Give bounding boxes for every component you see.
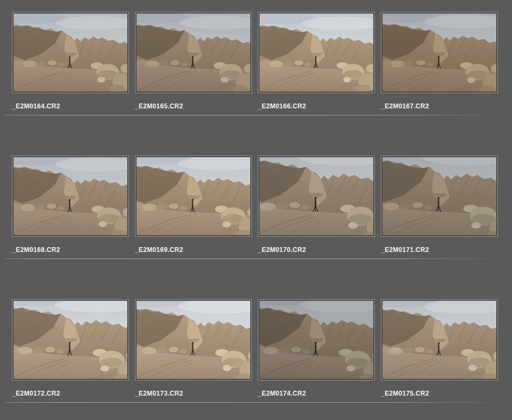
quarry-photo-image bbox=[14, 301, 127, 379]
filename-label[interactable]: _E2M0167.CR2 bbox=[381, 102, 498, 110]
quarry-photo-image bbox=[383, 157, 496, 235]
file-thumbnail-cell[interactable]: _E2M0171.CR2 bbox=[381, 156, 498, 254]
quarry-photo-image bbox=[260, 14, 373, 92]
photo-thumbnail[interactable] bbox=[258, 156, 375, 237]
thumbnail-browser: _E2M0164.CR2 _E2M0165.CR2 _E2M0166.CR2 bbox=[0, 0, 512, 403]
filename-label[interactable]: _E2M0174.CR2 bbox=[258, 390, 375, 397]
filename-label[interactable]: _E2M0169.CR2 bbox=[135, 246, 252, 254]
photo-thumbnail[interactable] bbox=[135, 156, 252, 237]
quarry-photo-image bbox=[383, 14, 496, 92]
photo-thumbnail[interactable] bbox=[135, 299, 252, 380]
photo-thumbnail[interactable] bbox=[12, 12, 129, 93]
quarry-photo-image bbox=[14, 157, 127, 235]
thumbnail-row: _E2M0164.CR2 _E2M0165.CR2 _E2M0166.CR2 bbox=[12, 12, 512, 115]
file-thumbnail-cell[interactable]: _E2M0169.CR2 bbox=[135, 156, 252, 254]
quarry-photo-image bbox=[383, 301, 496, 379]
quarry-photo-image bbox=[137, 157, 250, 235]
row-divider bbox=[5, 402, 504, 403]
photo-thumbnail[interactable] bbox=[258, 12, 375, 93]
file-thumbnail-cell[interactable]: _E2M0168.CR2 bbox=[12, 156, 129, 254]
photo-thumbnail[interactable] bbox=[12, 156, 129, 237]
filename-label[interactable]: _E2M0164.CR2 bbox=[12, 102, 129, 110]
filename-label[interactable]: _E2M0172.CR2 bbox=[12, 390, 129, 397]
filename-label[interactable]: _E2M0171.CR2 bbox=[381, 246, 498, 254]
file-thumbnail-cell[interactable]: _E2M0164.CR2 bbox=[12, 12, 129, 110]
filename-label[interactable]: _E2M0165.CR2 bbox=[135, 102, 252, 110]
file-thumbnail-cell[interactable]: _E2M0170.CR2 bbox=[258, 156, 375, 254]
photo-thumbnail[interactable] bbox=[381, 299, 498, 380]
quarry-photo-image bbox=[260, 157, 373, 235]
file-thumbnail-cell[interactable]: _E2M0166.CR2 bbox=[258, 12, 375, 110]
thumbnail-row: _E2M0168.CR2 _E2M0169.CR2 _E2M0170.CR2 bbox=[12, 156, 512, 259]
file-thumbnail-cell[interactable]: _E2M0165.CR2 bbox=[135, 12, 252, 110]
photo-thumbnail[interactable] bbox=[12, 299, 129, 380]
file-thumbnail-cell[interactable]: _E2M0173.CR2 bbox=[135, 299, 252, 397]
filename-label[interactable]: _E2M0173.CR2 bbox=[135, 390, 252, 397]
photo-thumbnail[interactable] bbox=[381, 156, 498, 237]
row-divider bbox=[5, 115, 504, 115]
quarry-photo-image bbox=[137, 14, 250, 92]
filename-label[interactable]: _E2M0166.CR2 bbox=[258, 102, 375, 110]
row-divider bbox=[5, 259, 504, 259]
quarry-photo-image bbox=[14, 14, 127, 92]
filename-label[interactable]: _E2M0168.CR2 bbox=[12, 246, 129, 254]
photo-thumbnail[interactable] bbox=[258, 299, 375, 380]
file-thumbnail-cell[interactable]: _E2M0167.CR2 bbox=[381, 12, 498, 110]
photo-thumbnail[interactable] bbox=[381, 12, 498, 93]
filename-label[interactable]: _E2M0175.CR2 bbox=[381, 390, 498, 397]
thumbnail-row: _E2M0172.CR2 _E2M0173.CR2 _E2M0174.CR2 bbox=[12, 299, 512, 403]
quarry-photo-image bbox=[137, 301, 250, 379]
photo-thumbnail[interactable] bbox=[135, 12, 252, 93]
file-thumbnail-cell[interactable]: _E2M0174.CR2 bbox=[258, 299, 375, 397]
file-thumbnail-cell[interactable]: _E2M0175.CR2 bbox=[381, 299, 498, 397]
quarry-photo-image bbox=[260, 301, 373, 379]
file-thumbnail-cell[interactable]: _E2M0172.CR2 bbox=[12, 299, 129, 397]
filename-label[interactable]: _E2M0170.CR2 bbox=[258, 246, 375, 254]
